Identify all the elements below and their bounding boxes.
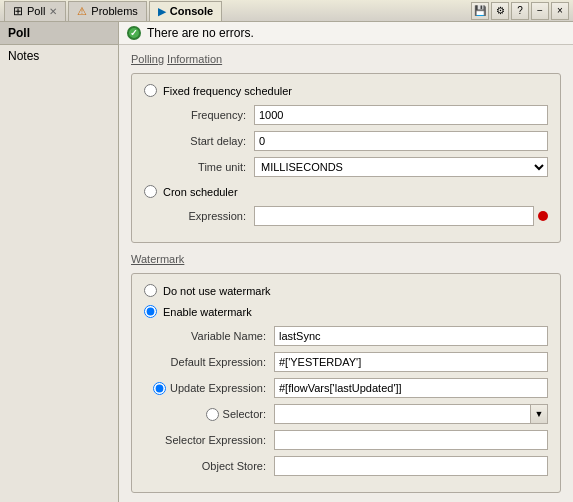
frequency-input[interactable] (254, 105, 548, 125)
selector-expression-input[interactable] (274, 430, 548, 450)
content-area: There are no errors. Polling Information… (119, 22, 573, 502)
sidebar-header: Poll (0, 22, 118, 45)
object-store-input[interactable] (274, 456, 548, 476)
polling-section: Polling Information Fixed frequency sche… (119, 45, 573, 502)
selector-radio[interactable] (206, 408, 219, 421)
status-bar: There are no errors. (119, 22, 573, 45)
time-unit-label: Time unit: (144, 161, 254, 173)
close-button[interactable]: × (551, 2, 569, 20)
polling-title-underline: Polling (131, 53, 164, 65)
default-expression-input[interactable] (274, 352, 548, 372)
polling-group-box: Fixed frequency scheduler Frequency: Sta… (131, 73, 561, 243)
selector-dropdown-button[interactable]: ▼ (530, 404, 548, 424)
save-button[interactable]: 💾 (471, 2, 489, 20)
toolbar-actions: 💾 ⚙ ? − × (471, 2, 569, 20)
no-watermark-radio[interactable] (144, 284, 157, 297)
status-success-icon (127, 26, 141, 40)
start-delay-row: Start delay: (144, 131, 548, 151)
object-store-label: Object Store: (144, 460, 274, 472)
poll-tab-close[interactable]: ✕ (49, 6, 57, 17)
tab-poll[interactable]: ⊞ Poll ✕ (4, 1, 66, 21)
fixed-frequency-radio[interactable] (144, 84, 157, 97)
time-unit-select[interactable]: MILLISECONDS SECONDS MINUTES HOURS (254, 157, 548, 177)
start-delay-label: Start delay: (144, 135, 254, 147)
object-store-row: Object Store: (144, 456, 548, 476)
selector-row: Selector: ▼ (144, 404, 548, 424)
frequency-row: Frequency: (144, 105, 548, 125)
polling-title-rest: Information (167, 53, 222, 65)
watermark-title-underline: Watermark (131, 253, 184, 265)
minimize-button[interactable]: − (531, 2, 549, 20)
selector-input[interactable] (274, 404, 530, 424)
no-watermark-row: Do not use watermark (144, 284, 548, 297)
watermark-section-title: Watermark (131, 253, 561, 265)
cron-scheduler-radio[interactable] (144, 185, 157, 198)
expression-error-icon (538, 211, 548, 221)
problems-tab-icon: ⚠ (77, 5, 87, 18)
tab-problems[interactable]: ⚠ Problems (68, 1, 146, 21)
selector-label-group: Selector: (144, 408, 274, 421)
poll-tab-icon: ⊞ (13, 4, 23, 18)
selector-expression-row: Selector Expression: (144, 430, 548, 450)
update-expression-radio[interactable] (153, 382, 166, 395)
settings-button[interactable]: ⚙ (491, 2, 509, 20)
time-unit-row: Time unit: MILLISECONDS SECONDS MINUTES … (144, 157, 548, 177)
default-expression-label: Default Expression: (144, 356, 274, 368)
default-expression-row: Default Expression: (144, 352, 548, 372)
enable-watermark-radio[interactable] (144, 305, 157, 318)
sidebar-item-notes[interactable]: Notes (0, 45, 118, 67)
fixed-frequency-label: Fixed frequency scheduler (163, 85, 292, 97)
selector-label: Selector: (223, 408, 266, 420)
selector-expression-label: Selector Expression: (144, 434, 274, 446)
watermark-group-box: Do not use watermark Enable watermark Va… (131, 273, 561, 493)
variable-name-row: Variable Name: (144, 326, 548, 346)
status-message: There are no errors. (147, 26, 254, 40)
update-expression-input[interactable] (274, 378, 548, 398)
expression-row: Expression: (144, 206, 548, 226)
frequency-label: Frequency: (144, 109, 254, 121)
enable-watermark-label: Enable watermark (163, 306, 252, 318)
cron-scheduler-label: Cron scheduler (163, 186, 238, 198)
sidebar: Poll Notes (0, 22, 119, 502)
cron-radio-row: Cron scheduler (144, 185, 548, 198)
variable-name-label: Variable Name: (144, 330, 274, 342)
tab-console[interactable]: ▶ Console (149, 1, 222, 21)
poll-tab-label: Poll (27, 5, 45, 17)
console-tab-icon: ▶ (158, 6, 166, 17)
update-expression-label-group: Update Expression: (144, 382, 274, 395)
start-delay-input[interactable] (254, 131, 548, 151)
problems-tab-label: Problems (91, 5, 137, 17)
title-bar: ⊞ Poll ✕ ⚠ Problems ▶ Console 💾 ⚙ ? − × (0, 0, 573, 22)
update-expression-label: Update Expression: (170, 382, 266, 394)
update-expression-row: Update Expression: (144, 378, 548, 398)
variable-name-input[interactable] (274, 326, 548, 346)
polling-section-title: Polling Information (131, 53, 561, 65)
expression-input[interactable] (254, 206, 534, 226)
console-tab-label: Console (170, 5, 213, 17)
help-button[interactable]: ? (511, 2, 529, 20)
main-layout: Poll Notes There are no errors. Polling … (0, 22, 573, 502)
selector-input-group: ▼ (274, 404, 548, 424)
expression-label: Expression: (144, 210, 254, 222)
enable-watermark-row: Enable watermark (144, 305, 548, 318)
no-watermark-label: Do not use watermark (163, 285, 271, 297)
fixed-frequency-radio-row: Fixed frequency scheduler (144, 84, 548, 97)
